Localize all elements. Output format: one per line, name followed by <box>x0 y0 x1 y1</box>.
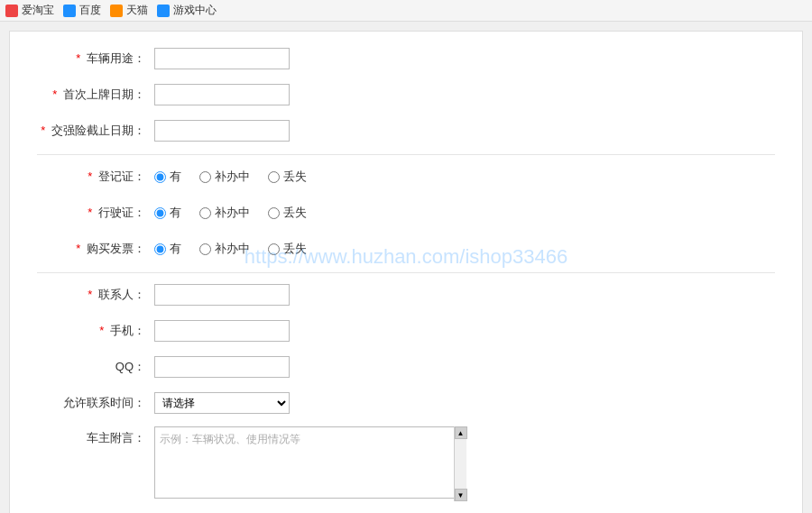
registration-radio-group: 有 补办中 丢失 <box>154 169 307 185</box>
driving-reissue-radio[interactable] <box>199 207 211 219</box>
nav-item-game: 游戏中心 <box>157 3 217 18</box>
baidu-icon <box>63 5 76 17</box>
insurance-input[interactable] <box>154 120 290 142</box>
first-plate-input[interactable] <box>154 84 290 105</box>
owner-comment-textarea[interactable] <box>154 426 466 499</box>
qq-row: QQ： <box>37 354 775 380</box>
required-star-5: * <box>88 206 92 219</box>
vehicle-use-label: * 车辆用途： <box>37 50 154 67</box>
scrollbar-up-arrow[interactable]: ▲ <box>455 426 467 439</box>
owner-comment-row: 车主附言： ▲ ▼ 示例：车辆状况、使用情况等 <box>37 426 775 501</box>
nav-link-game[interactable]: 游戏中心 <box>173 3 217 18</box>
driving-reissue[interactable]: 补办中 <box>199 205 250 221</box>
registration-yes-radio[interactable] <box>154 171 166 183</box>
invoice-yes[interactable]: 有 <box>154 241 181 257</box>
insurance-row: * 交强险截止日期： <box>37 118 775 143</box>
nav-link-baidu[interactable]: 百度 <box>79 3 101 18</box>
allow-contact-row: 允许联系时间： 请选择 <box>37 390 775 416</box>
tianmao-icon <box>110 5 123 17</box>
driving-lost[interactable]: 丢失 <box>268 205 307 221</box>
registration-row: * 登记证： 有 补办中 丢失 <box>37 164 775 189</box>
contact-row: * 联系人： <box>37 282 775 307</box>
first-plate-label: * 首次上牌日期： <box>37 87 154 103</box>
phone-row: * 手机： <box>37 318 775 344</box>
driving-license-row: * 行驶证： 有 补办中 丢失 <box>37 200 775 225</box>
contact-label: * 联系人： <box>37 287 154 303</box>
insurance-label: * 交强险截止日期： <box>37 123 154 139</box>
registration-label: * 登记证： <box>37 169 154 185</box>
first-plate-row: * 首次上牌日期： <box>37 82 775 107</box>
registration-reissue-radio[interactable] <box>199 171 211 183</box>
divider-2 <box>37 272 775 273</box>
driving-yes[interactable]: 有 <box>154 205 181 221</box>
nav-item-tianmao: 天猫 <box>110 3 148 18</box>
phone-label: * 手机： <box>37 323 154 339</box>
registration-reissue[interactable]: 补办中 <box>199 169 250 185</box>
browser-nav-bar: 爱淘宝 百度 天猫 游戏中心 <box>0 0 812 22</box>
allow-contact-label: 允许联系时间： <box>37 395 154 411</box>
registration-lost-radio[interactable] <box>268 171 280 183</box>
driving-lost-radio[interactable] <box>268 207 280 219</box>
textarea-wrapper: ▲ ▼ 示例：车辆状况、使用情况等 <box>154 426 466 501</box>
form-container: * 车辆用途： * 首次上牌日期： * 交强险截止日期： * 登记证： 有 <box>9 31 803 513</box>
nav-link-taobao[interactable]: 爱淘宝 <box>22 3 54 18</box>
invoice-yes-radio[interactable] <box>154 243 166 255</box>
nav-icon-taobao: 爱淘宝 <box>5 3 54 18</box>
nav-link-tianmao[interactable]: 天猫 <box>126 3 148 18</box>
phone-input[interactable] <box>154 320 290 342</box>
scrollbar-down-arrow[interactable]: ▼ <box>455 489 467 501</box>
nav-item-baidu: 百度 <box>63 3 101 18</box>
allow-contact-select[interactable]: 请选择 <box>154 392 290 414</box>
required-star-4: * <box>88 169 92 183</box>
required-star-2: * <box>52 87 57 101</box>
invoice-lost-radio[interactable] <box>268 243 280 255</box>
registration-yes[interactable]: 有 <box>154 169 181 185</box>
registration-lost[interactable]: 丢失 <box>268 169 307 185</box>
required-star-3: * <box>41 124 45 137</box>
driving-yes-radio[interactable] <box>154 207 166 219</box>
contact-input[interactable] <box>154 284 290 306</box>
invoice-lost[interactable]: 丢失 <box>268 241 307 257</box>
taobao-icon <box>5 5 18 17</box>
required-star-6: * <box>76 242 80 255</box>
vehicle-use-input[interactable] <box>154 48 290 69</box>
scrollbar-track: ▲ ▼ <box>454 426 466 501</box>
driving-license-radio-group: 有 补办中 丢失 <box>154 205 307 221</box>
divider-1 <box>37 154 775 155</box>
qq-label: QQ： <box>37 359 154 375</box>
owner-comment-label: 车主附言： <box>37 426 154 446</box>
invoice-radio-group: 有 补办中 丢失 <box>154 241 307 257</box>
vehicle-use-row: * 车辆用途： <box>37 46 775 71</box>
required-star: * <box>76 51 80 65</box>
qq-input[interactable] <box>154 356 290 378</box>
purchase-invoice-row: * 购买发票： 有 补办中 丢失 <box>37 236 775 261</box>
purchase-invoice-label: * 购买发票： <box>37 241 154 257</box>
driving-license-label: * 行驶证： <box>37 205 154 221</box>
invoice-reissue-radio[interactable] <box>199 243 211 255</box>
invoice-reissue[interactable]: 补办中 <box>199 241 250 257</box>
required-star-8: * <box>99 324 104 337</box>
required-star-7: * <box>88 288 92 301</box>
game-icon <box>157 5 170 17</box>
